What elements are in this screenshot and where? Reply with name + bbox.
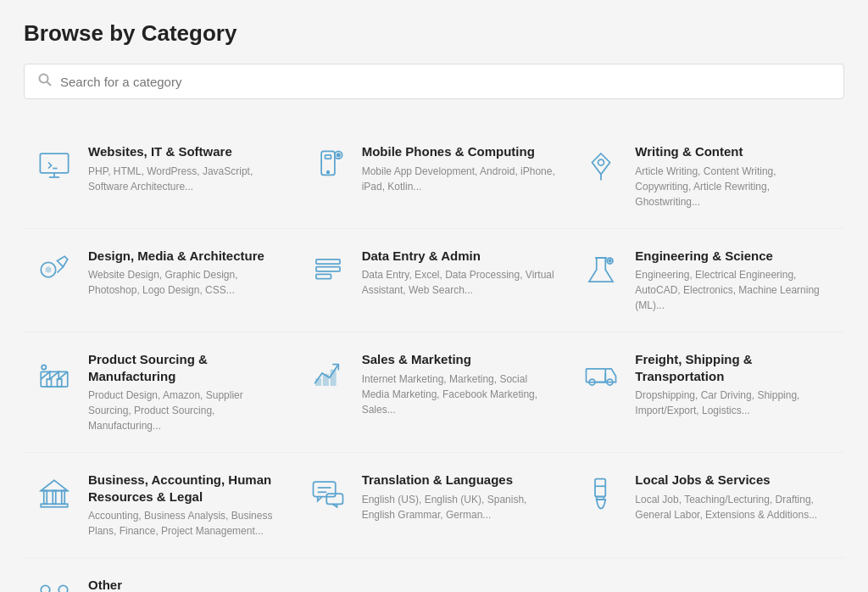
svg-line-15 (58, 266, 64, 272)
other-section[interactable]: Other Anything Goes, Freelance, Appointm… (24, 558, 844, 592)
svg-rect-17 (316, 266, 340, 271)
category-icon-local-jobs-services (579, 472, 623, 516)
category-icon-sales-marketing (306, 351, 350, 395)
category-item-sales-marketing[interactable]: Sales & Marketing Internet Marketing, Ma… (298, 332, 571, 453)
svg-rect-8 (325, 155, 331, 159)
category-title-business-accounting-hr-legal: Business, Accounting, Human Resources & … (88, 472, 282, 505)
svg-point-25 (42, 365, 46, 369)
svg-rect-27 (323, 375, 327, 385)
category-title-local-jobs-services: Local Jobs & Services (635, 472, 829, 489)
category-desc-business-accounting-hr-legal: Accounting, Business Analysis, Business … (88, 508, 282, 539)
category-desc-data-entry-admin: Data Entry, Excel, Data Processing, Virt… (362, 267, 556, 298)
category-desc-sales-marketing: Internet Marketing, Marketing, Social Me… (362, 371, 556, 417)
category-desc-translation-languages: English (US), English (UK), Spanish, Eng… (362, 492, 556, 522)
svg-rect-24 (58, 379, 62, 387)
category-item-freight-shipping-transportation[interactable]: Freight, Shipping & Transportation Drops… (570, 332, 844, 453)
category-item-design-media-architecture[interactable]: Design, Media & Architecture Website Des… (24, 229, 298, 333)
category-icon-freight-shipping-transportation (579, 351, 623, 395)
category-item-engineering-science[interactable]: Engineering & Science Engineering, Elect… (570, 229, 844, 333)
category-title-design-media-architecture: Design, Media & Architecture (88, 248, 282, 265)
category-title-data-entry-admin: Data Entry & Admin (362, 248, 556, 265)
category-icon-business-accounting-hr-legal (32, 472, 76, 516)
svg-point-7 (326, 171, 329, 174)
svg-rect-16 (316, 259, 340, 263)
category-icon-engineering-science (579, 248, 623, 292)
svg-rect-36 (44, 491, 47, 505)
category-icon-data-entry-admin (306, 248, 350, 292)
category-desc-local-jobs-services: Local Job, Teaching/Lecturing, Drafting,… (635, 492, 829, 522)
category-icon-other (32, 577, 76, 592)
svg-point-46 (41, 585, 50, 592)
category-item-data-entry-admin[interactable]: Data Entry & Admin Data Entry, Excel, Da… (298, 229, 571, 333)
category-desc-freight-shipping-transportation: Dropshipping, Car Driving, Shipping, Imp… (635, 388, 829, 418)
category-item-websites-it-software[interactable]: Websites, IT & Software PHP, HTML, WordP… (24, 125, 298, 229)
svg-point-47 (58, 585, 68, 592)
category-title-freight-shipping-transportation: Freight, Shipping & Transportation (635, 351, 829, 384)
search-icon (38, 73, 52, 90)
svg-point-14 (46, 267, 50, 271)
svg-rect-2 (40, 154, 68, 173)
category-title-other: Other (88, 577, 530, 592)
svg-rect-38 (62, 491, 65, 505)
category-title-engineering-science: Engineering & Science (635, 248, 829, 265)
svg-point-21 (609, 260, 612, 262)
categories-grid: Websites, IT & Software PHP, HTML, WordP… (24, 125, 844, 558)
category-title-sales-marketing: Sales & Marketing (362, 351, 556, 368)
svg-point-12 (598, 159, 604, 165)
category-desc-product-sourcing-manufacturing: Product Design, Amazon, Supplier Sourcin… (88, 388, 282, 433)
category-desc-engineering-science: Engineering, Electrical Engineering, Aut… (635, 267, 829, 313)
category-title-product-sourcing-manufacturing: Product Sourcing & Manufacturing (88, 351, 282, 384)
category-desc-websites-it-software: PHP, HTML, WordPress, JavaScript, Softwa… (88, 164, 282, 194)
category-icon-websites-it-software (32, 143, 76, 187)
category-title-translation-languages: Translation & Languages (362, 472, 556, 489)
svg-rect-22 (41, 371, 68, 387)
svg-rect-43 (595, 479, 605, 497)
search-bar (24, 64, 844, 99)
category-item-business-accounting-hr-legal[interactable]: Business, Accounting, Human Resources & … (24, 453, 298, 558)
category-desc-mobile-phones-computing: Mobile App Development, Android, iPhone,… (362, 164, 556, 194)
category-icon-product-sourcing-manufacturing (32, 351, 76, 395)
category-item-local-jobs-services[interactable]: Local Jobs & Services Local Job, Teachin… (570, 453, 844, 558)
page-title: Browse by Category (24, 20, 844, 47)
svg-rect-28 (331, 371, 335, 386)
category-title-writing-content: Writing & Content (635, 143, 829, 160)
category-icon-design-media-architecture (32, 248, 76, 292)
svg-rect-26 (316, 379, 320, 385)
svg-line-1 (47, 82, 52, 87)
category-item-translation-languages[interactable]: Translation & Languages English (US), En… (298, 453, 571, 558)
category-item-mobile-phones-computing[interactable]: Mobile Phones & Computing Mobile App Dev… (298, 125, 571, 229)
category-desc-writing-content: Article Writing, Content Writing, Copywr… (635, 164, 829, 209)
category-icon-translation-languages (306, 472, 350, 516)
category-icon-writing-content (579, 143, 623, 187)
category-title-websites-it-software: Websites, IT & Software (88, 143, 282, 160)
category-item-product-sourcing-manufacturing[interactable]: Product Sourcing & Manufacturing Product… (24, 332, 298, 453)
svg-point-0 (40, 75, 48, 83)
category-title-mobile-phones-computing: Mobile Phones & Computing (362, 143, 556, 160)
search-input[interactable] (60, 75, 830, 89)
category-item-writing-content[interactable]: Writing & Content Article Writing, Conte… (570, 125, 844, 229)
svg-marker-35 (41, 480, 68, 490)
svg-point-10 (337, 154, 340, 157)
category-icon-mobile-phones-computing (306, 143, 350, 187)
svg-rect-18 (316, 274, 331, 278)
svg-rect-37 (53, 491, 56, 505)
category-desc-design-media-architecture: Website Design, Graphic Design, Photosho… (88, 267, 282, 298)
